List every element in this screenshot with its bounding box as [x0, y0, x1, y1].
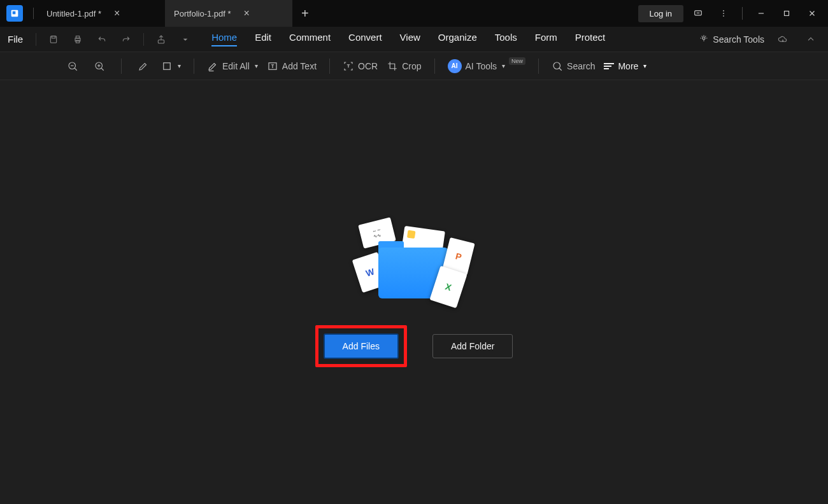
edit-all-tool[interactable]: Edit All▾ [207, 60, 258, 72]
highlighter-icon[interactable] [134, 57, 152, 75]
svg-rect-13 [76, 36, 80, 38]
shape-tool[interactable]: ▾ [161, 60, 181, 72]
share-icon[interactable] [152, 30, 171, 49]
titlebar: Untitled-1.pdf * × Portfolio-1.pdf * × +… [0, 0, 828, 27]
separator [36, 33, 36, 46]
search-tools[interactable]: Search Tools [699, 34, 764, 45]
menu-view[interactable]: View [400, 32, 420, 46]
add-tab-button[interactable]: + [292, 6, 318, 21]
svg-rect-14 [76, 40, 80, 43]
new-badge: New [509, 57, 525, 65]
login-button[interactable]: Log in [638, 5, 683, 22]
tab-untitled[interactable]: Untitled-1.pdf * × [38, 0, 165, 27]
print-icon[interactable] [68, 30, 87, 49]
collapse-icon[interactable] [801, 30, 820, 49]
menu-form[interactable]: Form [535, 32, 557, 46]
menu-items: Home Edit Comment Convert View Organize … [211, 32, 605, 46]
more-icon [604, 63, 614, 69]
search-tool[interactable]: Search [552, 60, 595, 72]
ai-tools[interactable]: AI AI Tools▾ New [448, 59, 526, 73]
separator [538, 59, 539, 74]
menu-edit[interactable]: Edit [255, 32, 271, 46]
separator [33, 8, 34, 19]
svg-rect-15 [159, 39, 164, 43]
dropdown-icon[interactable] [176, 30, 195, 49]
chevron-down-icon: ▾ [178, 62, 181, 69]
redo-icon[interactable] [117, 30, 136, 49]
svg-line-23 [101, 68, 104, 71]
highlight-annotation: Add Files [315, 325, 407, 367]
close-icon[interactable]: × [244, 8, 250, 19]
add-files-button[interactable]: Add Files [324, 333, 399, 359]
tab-label: Untitled-1.pdf * [46, 9, 101, 18]
svg-point-3 [723, 10, 724, 11]
chevron-down-icon: ▾ [502, 62, 505, 69]
svg-point-4 [723, 13, 724, 14]
ai-tools-label: AI Tools [466, 61, 497, 71]
zoom-in-icon[interactable] [90, 57, 108, 75]
undo-icon[interactable] [92, 30, 111, 49]
file-menu[interactable]: File [8, 34, 23, 45]
separator [329, 59, 330, 74]
menubar: File Home Edit Comment Convert View Orga… [0, 27, 828, 52]
more-label: More [618, 61, 638, 71]
separator [121, 59, 122, 74]
edit-all-label: Edit All [222, 61, 250, 71]
separator [742, 7, 743, 20]
add-folder-button[interactable]: Add Folder [432, 334, 513, 358]
feedback-icon[interactable] [687, 3, 709, 24]
svg-line-19 [75, 68, 77, 71]
chevron-down-icon: ▾ [255, 62, 258, 69]
minimize-icon[interactable] [750, 3, 772, 24]
app-logo [6, 5, 23, 22]
separator [434, 59, 435, 74]
ai-badge-icon: AI [448, 59, 462, 73]
menu-comment[interactable]: Comment [289, 32, 331, 46]
svg-line-28 [559, 68, 562, 71]
crop-tool[interactable]: Crop [387, 60, 421, 72]
ocr-label: OCR [358, 61, 378, 71]
separator [194, 59, 194, 74]
canvas-area: ～～∿∿ W P X Add Files Add Folder [0, 80, 828, 504]
svg-point-27 [553, 62, 560, 69]
button-row: Add Files Add Folder [315, 325, 513, 367]
menu-protect[interactable]: Protect [575, 32, 606, 46]
cloud-sync-icon[interactable] [773, 30, 792, 49]
svg-rect-7 [785, 11, 789, 16]
close-window-icon[interactable] [801, 3, 823, 24]
svg-rect-10 [51, 36, 57, 43]
tab-portfolio[interactable]: Portfolio-1.pdf * × [165, 0, 292, 27]
ocr-tool[interactable]: OCR [343, 60, 378, 72]
add-text-label: Add Text [282, 61, 317, 71]
close-icon[interactable]: × [114, 8, 120, 19]
save-icon[interactable] [44, 30, 63, 49]
search-tools-label: Search Tools [713, 34, 764, 45]
svg-point-16 [703, 37, 705, 39]
search-label: Search [567, 61, 595, 71]
separator [143, 33, 144, 46]
portfolio-illustration: ～～∿∿ W P X [350, 217, 478, 306]
chevron-down-icon: ▾ [643, 62, 646, 69]
svg-point-5 [723, 15, 724, 17]
zoom-out-icon[interactable] [64, 57, 82, 75]
menu-convert[interactable]: Convert [348, 32, 382, 46]
menu-tools[interactable]: Tools [495, 32, 517, 46]
svg-rect-1 [13, 11, 16, 15]
tab-label: Portfolio-1.pdf * [174, 9, 231, 18]
menu-home[interactable]: Home [211, 32, 237, 46]
crop-label: Crop [402, 61, 421, 71]
menu-organize[interactable]: Organize [438, 32, 477, 46]
svg-rect-11 [52, 36, 55, 38]
add-text-tool[interactable]: Add Text [267, 60, 317, 72]
kebab-icon[interactable] [713, 3, 734, 24]
more-tool[interactable]: More▾ [604, 61, 646, 71]
svg-rect-24 [164, 62, 171, 69]
toolbar: ▾ Edit All▾ Add Text OCR Crop AI AI Tool… [0, 52, 828, 80]
maximize-icon[interactable] [776, 3, 797, 24]
